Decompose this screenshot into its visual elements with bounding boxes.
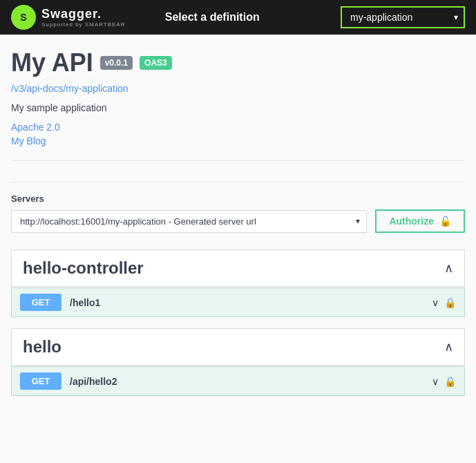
authorize-lock-icon: 🔓 [439, 216, 451, 227]
endpoint-lock-icon-hello2: 🔒 [444, 376, 456, 387]
endpoint-actions-hello2: ∨ 🔒 [432, 376, 456, 387]
controller-header-hello-controller[interactable]: hello-controller ∧ [11, 249, 465, 287]
servers-row: http://localhost:16001/my-application - … [11, 209, 465, 233]
endpoint-actions-hello1: ∨ 🔒 [432, 297, 456, 308]
controller-group-hello: hello ∧ GET /api/hello2 ∨ 🔒 [11, 328, 465, 396]
swagger-logo-icon: S [11, 5, 36, 30]
main-content: My API v0.0.1 OAS3 /v3/api-docs/my-appli… [0, 35, 476, 411]
endpoint-row-hello2[interactable]: GET /api/hello2 ∨ 🔒 [11, 366, 465, 396]
oas-badge: OAS3 [140, 56, 172, 70]
definition-selector-wrapper: my-application ▾ [341, 6, 465, 28]
endpoint-lock-icon-hello1: 🔒 [444, 297, 456, 308]
authorize-label: Authorize [389, 216, 434, 227]
api-title-row: My API v0.0.1 OAS3 [11, 48, 465, 77]
controllers-section: hello-controller ∧ GET /hello1 ∨ 🔒 hello… [11, 249, 465, 396]
chevron-up-icon-hello-controller: ∧ [444, 261, 453, 276]
version-badge: v0.0.1 [100, 56, 133, 70]
controller-group-hello-controller: hello-controller ∧ GET /hello1 ∨ 🔒 [11, 249, 465, 317]
server-select[interactable]: http://localhost:16001/my-application - … [11, 210, 367, 233]
divider [11, 160, 465, 161]
chevron-up-icon-hello: ∧ [444, 339, 453, 355]
endpoint-chevron-icon-hello1: ∨ [432, 297, 439, 308]
app-header: S Swagger. Supported by SMARTBEAR Select… [0, 0, 476, 35]
definition-select[interactable]: my-application [341, 6, 465, 28]
endpoint-row-hello1[interactable]: GET /hello1 ∨ 🔒 [11, 287, 465, 317]
server-select-wrapper: http://localhost:16001/my-application - … [11, 210, 367, 233]
endpoint-chevron-icon-hello2: ∨ [432, 376, 439, 387]
endpoint-path-hello2: /api/hello2 [70, 376, 423, 387]
api-url-link[interactable]: /v3/api-docs/my-application [11, 83, 465, 94]
api-title: My API [11, 48, 93, 77]
api-link-blog[interactable]: My Blog [11, 135, 465, 147]
servers-section: Servers http://localhost:16001/my-applic… [11, 182, 465, 233]
controller-title-hello-controller: hello-controller [23, 258, 144, 278]
authorize-button[interactable]: Authorize 🔓 [375, 209, 465, 233]
api-description: My sample application [11, 102, 465, 113]
controller-title-hello: hello [23, 337, 61, 357]
method-badge-get-hello1: GET [20, 294, 61, 311]
servers-label: Servers [11, 193, 465, 204]
api-links: Apache 2.0 My Blog [11, 122, 465, 147]
api-link-license[interactable]: Apache 2.0 [11, 122, 465, 133]
method-badge-get-hello2: GET [20, 372, 61, 390]
header-select-label: Select a definition [97, 11, 327, 23]
controller-header-hello[interactable]: hello ∧ [11, 328, 465, 366]
endpoint-path-hello1: /hello1 [70, 297, 423, 308]
